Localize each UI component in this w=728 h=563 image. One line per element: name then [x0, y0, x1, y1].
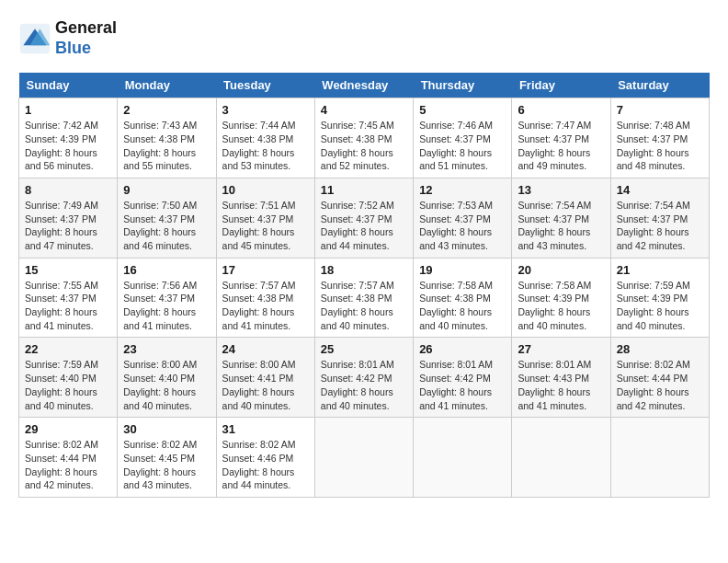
day-info: Sunrise: 7:53 AMSunset: 4:37 PMDaylight:…	[419, 199, 506, 253]
day-cell: 24 Sunrise: 8:00 AMSunset: 4:41 PMDaylig…	[216, 338, 314, 418]
day-info: Sunrise: 7:44 AMSunset: 4:38 PMDaylight:…	[222, 119, 309, 173]
day-info: Sunrise: 7:57 AMSunset: 4:38 PMDaylight:…	[321, 279, 407, 333]
day-info: Sunrise: 8:01 AMSunset: 4:42 PMDaylight:…	[419, 358, 506, 412]
day-number: 8	[25, 183, 111, 197]
day-number: 11	[321, 183, 407, 197]
day-info: Sunrise: 7:55 AMSunset: 4:37 PMDaylight:…	[25, 279, 111, 333]
day-number: 16	[123, 263, 210, 277]
day-number: 10	[222, 183, 309, 197]
day-cell: 22 Sunrise: 7:59 AMSunset: 4:40 PMDaylig…	[19, 338, 118, 418]
weekday-header-friday: Friday	[512, 73, 610, 98]
day-cell: 12 Sunrise: 7:53 AMSunset: 4:37 PMDaylig…	[414, 178, 512, 258]
logo-text: General Blue	[55, 18, 117, 58]
day-info: Sunrise: 7:59 AMSunset: 4:40 PMDaylight:…	[25, 358, 111, 412]
day-cell: 21 Sunrise: 7:59 AMSunset: 4:39 PMDaylig…	[610, 258, 709, 338]
day-info: Sunrise: 7:43 AMSunset: 4:38 PMDaylight:…	[123, 119, 210, 173]
day-number: 25	[321, 342, 407, 356]
day-cell: 11 Sunrise: 7:52 AMSunset: 4:37 PMDaylig…	[314, 178, 413, 258]
day-number: 12	[419, 183, 506, 197]
day-number: 28	[617, 342, 703, 356]
weekday-header-saturday: Saturday	[610, 73, 709, 98]
day-cell: 2 Sunrise: 7:43 AMSunset: 4:38 PMDayligh…	[118, 98, 216, 178]
logo-icon	[18, 22, 51, 55]
day-cell: 5 Sunrise: 7:46 AMSunset: 4:37 PMDayligh…	[414, 98, 512, 178]
day-number: 27	[518, 342, 604, 356]
day-cell: 23 Sunrise: 8:00 AMSunset: 4:40 PMDaylig…	[118, 338, 216, 418]
day-info: Sunrise: 7:45 AMSunset: 4:38 PMDaylight:…	[321, 119, 407, 173]
day-cell: 10 Sunrise: 7:51 AMSunset: 4:37 PMDaylig…	[216, 178, 314, 258]
day-number: 6	[518, 103, 604, 117]
day-number: 13	[518, 183, 604, 197]
day-number: 19	[419, 263, 506, 277]
day-info: Sunrise: 8:02 AMSunset: 4:46 PMDaylight:…	[222, 438, 309, 492]
week-row-5: 29 Sunrise: 8:02 AMSunset: 4:44 PMDaylig…	[19, 418, 710, 498]
week-row-3: 15 Sunrise: 7:55 AMSunset: 4:37 PMDaylig…	[19, 258, 710, 338]
day-number: 14	[617, 183, 703, 197]
day-number: 4	[321, 103, 407, 117]
day-number: 23	[123, 342, 210, 356]
day-cell: 26 Sunrise: 8:01 AMSunset: 4:42 PMDaylig…	[414, 338, 512, 418]
day-info: Sunrise: 8:02 AMSunset: 4:44 PMDaylight:…	[25, 438, 111, 492]
day-cell: 15 Sunrise: 7:55 AMSunset: 4:37 PMDaylig…	[19, 258, 118, 338]
day-number: 21	[617, 263, 703, 277]
day-cell: 16 Sunrise: 7:56 AMSunset: 4:37 PMDaylig…	[118, 258, 216, 338]
day-number: 1	[25, 103, 111, 117]
day-cell: 25 Sunrise: 8:01 AMSunset: 4:42 PMDaylig…	[314, 338, 413, 418]
day-cell: 4 Sunrise: 7:45 AMSunset: 4:38 PMDayligh…	[314, 98, 413, 178]
day-number: 3	[222, 103, 309, 117]
day-info: Sunrise: 7:58 AMSunset: 4:39 PMDaylight:…	[518, 279, 604, 333]
day-cell	[610, 418, 709, 498]
day-info: Sunrise: 7:52 AMSunset: 4:37 PMDaylight:…	[321, 199, 407, 253]
day-info: Sunrise: 8:01 AMSunset: 4:42 PMDaylight:…	[321, 358, 407, 412]
day-info: Sunrise: 8:02 AMSunset: 4:44 PMDaylight:…	[617, 358, 703, 412]
day-cell: 6 Sunrise: 7:47 AMSunset: 4:37 PMDayligh…	[512, 98, 610, 178]
day-number: 22	[25, 342, 111, 356]
day-number: 5	[419, 103, 506, 117]
day-cell: 30 Sunrise: 8:02 AMSunset: 4:45 PMDaylig…	[118, 418, 216, 498]
day-info: Sunrise: 8:00 AMSunset: 4:41 PMDaylight:…	[222, 358, 309, 412]
day-info: Sunrise: 7:48 AMSunset: 4:37 PMDaylight:…	[617, 119, 703, 173]
day-cell	[512, 418, 610, 498]
day-info: Sunrise: 7:59 AMSunset: 4:39 PMDaylight:…	[617, 279, 703, 333]
weekday-header-wednesday: Wednesday	[314, 73, 413, 98]
week-row-2: 8 Sunrise: 7:49 AMSunset: 4:37 PMDayligh…	[19, 178, 710, 258]
day-info: Sunrise: 7:46 AMSunset: 4:37 PMDaylight:…	[419, 119, 506, 173]
week-row-4: 22 Sunrise: 7:59 AMSunset: 4:40 PMDaylig…	[19, 338, 710, 418]
day-info: Sunrise: 7:57 AMSunset: 4:38 PMDaylight:…	[222, 279, 309, 333]
weekday-header-sunday: Sunday	[19, 73, 118, 98]
day-info: Sunrise: 7:54 AMSunset: 4:37 PMDaylight:…	[518, 199, 604, 253]
day-info: Sunrise: 8:02 AMSunset: 4:45 PMDaylight:…	[123, 438, 210, 492]
day-cell: 29 Sunrise: 8:02 AMSunset: 4:44 PMDaylig…	[19, 418, 118, 498]
day-cell: 17 Sunrise: 7:57 AMSunset: 4:38 PMDaylig…	[216, 258, 314, 338]
day-info: Sunrise: 7:54 AMSunset: 4:37 PMDaylight:…	[617, 199, 703, 253]
day-number: 9	[123, 183, 210, 197]
day-number: 2	[123, 103, 210, 117]
day-cell: 31 Sunrise: 8:02 AMSunset: 4:46 PMDaylig…	[216, 418, 314, 498]
week-row-1: 1 Sunrise: 7:42 AMSunset: 4:39 PMDayligh…	[19, 98, 710, 178]
day-info: Sunrise: 7:47 AMSunset: 4:37 PMDaylight:…	[518, 119, 604, 173]
day-number: 24	[222, 342, 309, 356]
day-info: Sunrise: 7:51 AMSunset: 4:37 PMDaylight:…	[222, 199, 309, 253]
page-header: General Blue	[18, 18, 710, 58]
day-cell: 19 Sunrise: 7:58 AMSunset: 4:38 PMDaylig…	[414, 258, 512, 338]
day-info: Sunrise: 8:00 AMSunset: 4:40 PMDaylight:…	[123, 358, 210, 412]
day-number: 26	[419, 342, 506, 356]
day-cell: 8 Sunrise: 7:49 AMSunset: 4:37 PMDayligh…	[19, 178, 118, 258]
day-number: 17	[222, 263, 309, 277]
day-info: Sunrise: 7:58 AMSunset: 4:38 PMDaylight:…	[419, 279, 506, 333]
day-cell	[414, 418, 512, 498]
day-number: 31	[222, 422, 309, 436]
day-cell: 7 Sunrise: 7:48 AMSunset: 4:37 PMDayligh…	[610, 98, 709, 178]
day-info: Sunrise: 7:42 AMSunset: 4:39 PMDaylight:…	[25, 119, 111, 173]
day-number: 20	[518, 263, 604, 277]
day-cell: 28 Sunrise: 8:02 AMSunset: 4:44 PMDaylig…	[610, 338, 709, 418]
weekday-header-tuesday: Tuesday	[216, 73, 314, 98]
day-info: Sunrise: 7:49 AMSunset: 4:37 PMDaylight:…	[25, 199, 111, 253]
day-number: 18	[321, 263, 407, 277]
weekday-header-thursday: Thursday	[414, 73, 512, 98]
weekday-header-monday: Monday	[118, 73, 216, 98]
day-number: 15	[25, 263, 111, 277]
day-info: Sunrise: 7:56 AMSunset: 4:37 PMDaylight:…	[123, 279, 210, 333]
day-info: Sunrise: 8:01 AMSunset: 4:43 PMDaylight:…	[518, 358, 604, 412]
day-info: Sunrise: 7:50 AMSunset: 4:37 PMDaylight:…	[123, 199, 210, 253]
